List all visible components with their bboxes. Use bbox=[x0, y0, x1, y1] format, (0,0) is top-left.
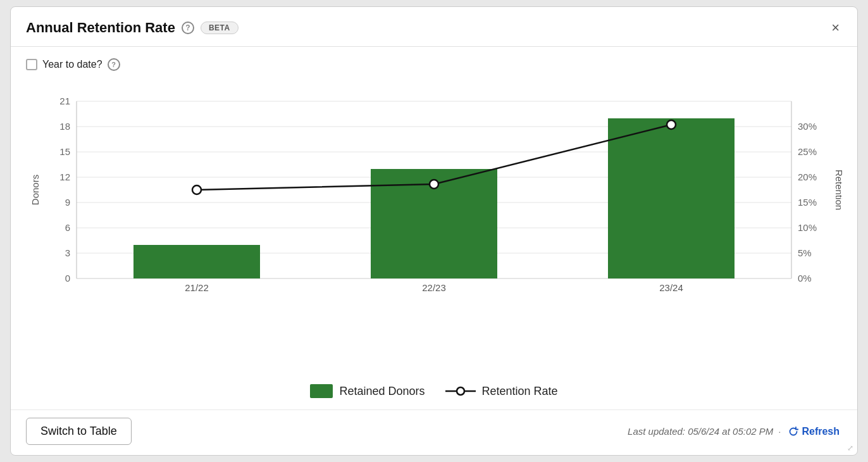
svg-text:Retention: Retention bbox=[834, 170, 842, 210]
chart-container: 0 3 6 9 12 15 18 21 Donors 0% 5% 10% 15%… bbox=[26, 82, 842, 374]
separator: · bbox=[778, 426, 781, 437]
legend-line-swatch bbox=[445, 384, 476, 398]
resize-handle[interactable]: ⤢ bbox=[847, 444, 853, 453]
svg-text:15%: 15% bbox=[798, 197, 817, 208]
refresh-label: Refresh bbox=[802, 426, 840, 437]
bar-2122 bbox=[133, 245, 260, 278]
svg-text:6: 6 bbox=[65, 222, 70, 233]
ytd-checkbox[interactable] bbox=[26, 59, 37, 70]
svg-text:25%: 25% bbox=[798, 146, 817, 157]
line-dot-2223 bbox=[430, 180, 438, 189]
svg-point-31 bbox=[457, 387, 464, 395]
footer-right: Last updated: 05/6/24 at 05:02 PM · Refr… bbox=[628, 426, 842, 437]
line-dot-2122 bbox=[192, 185, 201, 194]
svg-text:23/24: 23/24 bbox=[659, 282, 683, 293]
refresh-icon bbox=[788, 427, 798, 437]
svg-text:12: 12 bbox=[59, 172, 70, 182]
ytd-label: Year to date? bbox=[42, 59, 102, 70]
chart-svg: 0 3 6 9 12 15 18 21 Donors 0% 5% 10% 15%… bbox=[26, 82, 842, 297]
svg-text:22/23: 22/23 bbox=[422, 282, 446, 293]
svg-text:0: 0 bbox=[65, 273, 70, 284]
svg-text:Donors: Donors bbox=[30, 175, 40, 205]
legend-bar-label: Retained Donors bbox=[339, 385, 425, 398]
svg-text:30%: 30% bbox=[798, 121, 817, 132]
line-dot-2324 bbox=[667, 120, 676, 129]
modal-body: Year to date? ? bbox=[11, 47, 857, 409]
svg-text:21/22: 21/22 bbox=[185, 282, 209, 293]
svg-text:9: 9 bbox=[65, 197, 70, 208]
legend-line-label: Retention Rate bbox=[482, 385, 558, 398]
ytd-filter-row: Year to date? ? bbox=[26, 58, 842, 71]
modal-footer: Switch to Table Last updated: 05/6/24 at… bbox=[11, 409, 857, 455]
svg-text:5%: 5% bbox=[798, 247, 812, 258]
svg-text:15: 15 bbox=[59, 146, 70, 157]
modal-header: Annual Retention Rate ? BETA × bbox=[11, 7, 857, 47]
legend-bar-swatch bbox=[310, 384, 333, 398]
title-help-icon[interactable]: ? bbox=[182, 22, 194, 34]
last-updated-text: Last updated: 05/6/24 at 05:02 PM bbox=[628, 426, 773, 437]
svg-text:18: 18 bbox=[59, 121, 70, 132]
legend-bar-item: Retained Donors bbox=[310, 384, 425, 398]
chart-legend: Retained Donors Retention Rate bbox=[26, 374, 842, 403]
ytd-help-icon[interactable]: ? bbox=[108, 58, 120, 71]
svg-text:10%: 10% bbox=[798, 222, 817, 233]
svg-text:21: 21 bbox=[59, 96, 70, 106]
bar-2324 bbox=[608, 118, 735, 278]
close-button[interactable]: × bbox=[829, 18, 842, 37]
refresh-button[interactable]: Refresh bbox=[786, 426, 842, 437]
svg-text:3: 3 bbox=[65, 247, 70, 258]
svg-text:20%: 20% bbox=[798, 172, 817, 182]
svg-text:0%: 0% bbox=[798, 273, 812, 284]
legend-line-item: Retention Rate bbox=[445, 384, 558, 398]
modal-container: Annual Retention Rate ? BETA × Year to d… bbox=[10, 6, 858, 456]
modal-title: Annual Retention Rate bbox=[26, 20, 175, 36]
switch-table-button[interactable]: Switch to Table bbox=[26, 418, 132, 445]
beta-badge: BETA bbox=[201, 22, 239, 34]
